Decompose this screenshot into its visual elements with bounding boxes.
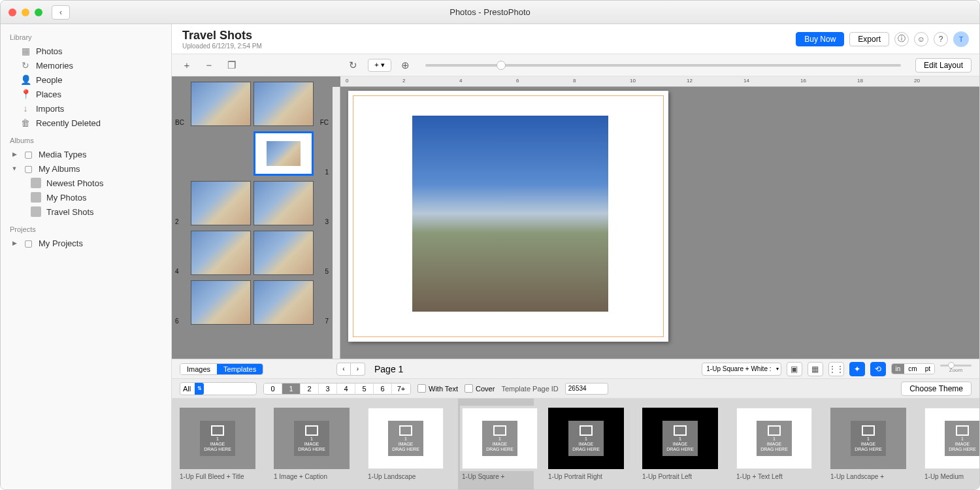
spread-page-4[interactable] xyxy=(191,231,251,275)
unit-cm[interactable]: cm xyxy=(904,364,921,374)
template-label: 1-Up Landscape xyxy=(368,473,444,480)
section-library: Library xyxy=(1,31,171,44)
template-strip[interactable]: 1IMAGEDRAG HERE1-Up Full Bleed + Title1I… xyxy=(172,399,979,489)
choose-theme-button[interactable]: Choose Theme xyxy=(901,382,972,396)
spread-back-cover[interactable] xyxy=(191,82,251,126)
align-button-1[interactable]: ▣ xyxy=(787,362,802,376)
section-projects: Projects xyxy=(1,223,171,236)
page-indicator: Page 1 xyxy=(374,364,403,374)
zoom-window[interactable] xyxy=(35,8,42,16)
template-label: 1-Up + Text Left xyxy=(736,473,812,480)
refresh-button[interactable]: ↻ xyxy=(346,58,360,73)
tab-templates[interactable]: Templates xyxy=(217,364,263,374)
sidebar-item-my-albums[interactable]: ▼▢My Albums xyxy=(1,161,171,176)
add-button[interactable]: + xyxy=(180,58,194,73)
filter-num-0[interactable]: 0 xyxy=(264,384,282,394)
template-item[interactable]: 1IMAGEDRAG HERE1 Image + Caption xyxy=(274,408,350,487)
sidebar-item-people[interactable]: 👤People xyxy=(1,73,171,87)
grid-button-1[interactable]: ▦ xyxy=(808,362,823,376)
crop-button[interactable]: ⟲ xyxy=(870,362,886,376)
sidebar-item-travel-shots[interactable]: Travel Shots xyxy=(1,204,171,219)
grid-button-2[interactable]: ⋮⋮ xyxy=(828,362,844,376)
user-avatar[interactable]: T xyxy=(953,31,969,47)
help-button[interactable]: ? xyxy=(934,32,948,46)
album-thumb-icon xyxy=(31,178,41,188)
sidebar-item-media-types[interactable]: ▶▢Media Types xyxy=(1,147,171,161)
sidebar-item-photos[interactable]: ▦Photos xyxy=(1,44,171,58)
page-image[interactable] xyxy=(412,116,608,312)
chat-button[interactable]: ☺ xyxy=(914,32,928,46)
spread-page-5[interactable] xyxy=(253,231,314,275)
spread-page-1[interactable] xyxy=(253,131,314,176)
sidebar: Library ▦Photos ↻Memories 👤People 📍Place… xyxy=(1,24,172,489)
template-item[interactable]: 1IMAGEDRAG HERE1-Up Landscape xyxy=(368,408,444,487)
close-window[interactable] xyxy=(8,8,16,16)
template-item[interactable]: 1IMAGEDRAG HERE1-Up Full Bleed + Title xyxy=(180,408,255,487)
zoom-slider[interactable] xyxy=(425,64,901,67)
filter-num-1[interactable]: 1 xyxy=(282,384,301,394)
sidebar-item-my-projects[interactable]: ▶▢My Projects xyxy=(1,236,171,250)
template-page-id-label: Template Page ID xyxy=(501,385,558,393)
layout-name-dropdown[interactable]: 1-Up Square + White : xyxy=(702,363,781,376)
album-thumb-icon xyxy=(31,192,41,203)
layout-page[interactable] xyxy=(348,91,668,342)
template-page-id-input[interactable] xyxy=(565,383,608,395)
minimize-window[interactable] xyxy=(22,8,29,16)
add-dropdown[interactable]: + ▾ xyxy=(368,59,391,72)
buy-now-button[interactable]: Buy Now xyxy=(796,32,844,46)
filter-all-select[interactable]: All⇅ xyxy=(180,382,257,395)
folder-icon: ▢ xyxy=(23,238,33,248)
remove-button[interactable]: − xyxy=(202,58,216,73)
template-item[interactable]: 1IMAGEDRAG HERE1-Up Portrait Right xyxy=(548,408,624,487)
filter-num-7+[interactable]: 7+ xyxy=(392,384,410,394)
sidebar-item-imports[interactable]: ↓Imports xyxy=(1,101,171,116)
cover-checkbox[interactable]: Cover xyxy=(465,384,495,393)
spread-front-cover[interactable] xyxy=(253,82,314,126)
back-button[interactable]: ‹ xyxy=(52,5,70,20)
template-item[interactable]: 1IMAGEDRAG HERE1-Up Medium xyxy=(924,408,979,487)
unit-in[interactable]: in xyxy=(892,364,905,374)
album-thumb-icon xyxy=(31,206,41,217)
tab-images[interactable]: Images xyxy=(180,364,217,374)
unit-selector[interactable]: in cm pt xyxy=(891,363,935,374)
page-next-button[interactable]: › xyxy=(351,363,365,376)
image-count-filter[interactable]: 01234567+ xyxy=(263,383,411,395)
sidebar-item-memories[interactable]: ↻Memories xyxy=(1,58,171,73)
images-templates-tabs[interactable]: Images Templates xyxy=(180,363,263,375)
section-albums: Albums xyxy=(1,134,171,147)
canvas-area[interactable]: 02468101214161820 xyxy=(333,76,979,359)
magic-button[interactable]: ✦ xyxy=(849,362,865,376)
sidebar-item-my-photos[interactable]: My Photos xyxy=(1,190,171,204)
zoom-out-icon[interactable]: ⊕ xyxy=(399,58,411,73)
with-text-checkbox[interactable]: With Text xyxy=(417,384,458,393)
sidebar-item-newest-photos[interactable]: Newest Photos xyxy=(1,176,171,190)
disclosure-icon[interactable]: ▶ xyxy=(11,151,18,157)
filter-num-5[interactable]: 5 xyxy=(355,384,374,394)
template-label: 1-Up Landscape + xyxy=(830,473,906,480)
filter-num-6[interactable]: 6 xyxy=(374,384,392,394)
sidebar-item-recently-deleted[interactable]: 🗑Recently Deleted xyxy=(1,116,171,130)
zoom-mini-slider[interactable] xyxy=(940,365,972,367)
export-button[interactable]: Export xyxy=(849,32,889,46)
sidebar-item-places[interactable]: 📍Places xyxy=(1,87,171,101)
disclosure-icon[interactable]: ▶ xyxy=(11,240,18,246)
page-prev-button[interactable]: ‹ xyxy=(336,363,351,376)
spread-page-3[interactable] xyxy=(253,181,314,225)
spread-page-7[interactable] xyxy=(253,280,314,325)
template-item[interactable]: 1IMAGEDRAG HERE1-Up Portrait Left xyxy=(642,408,718,487)
template-item[interactable]: 1IMAGEDRAG HERE1-Up Landscape + xyxy=(830,408,906,487)
template-item[interactable]: 1IMAGEDRAG HERE1-Up Square + xyxy=(458,399,534,489)
info-button[interactable]: ⓘ xyxy=(894,32,909,46)
filter-num-4[interactable]: 4 xyxy=(337,384,355,394)
ruler-horizontal: 02468101214161820 xyxy=(340,76,979,87)
disclosure-icon[interactable]: ▼ xyxy=(11,165,18,172)
template-item[interactable]: 1IMAGEDRAG HERE1-Up + Text Left xyxy=(736,408,812,487)
spread-page-6[interactable] xyxy=(191,280,251,325)
edit-layout-button[interactable]: Edit Layout xyxy=(915,58,972,73)
template-label: 1 Image + Caption xyxy=(274,473,350,480)
duplicate-button[interactable]: ❐ xyxy=(224,58,238,73)
unit-pt[interactable]: pt xyxy=(921,364,934,374)
filter-num-3[interactable]: 3 xyxy=(319,384,337,394)
filter-num-2[interactable]: 2 xyxy=(301,384,319,394)
spread-page-2[interactable] xyxy=(191,181,251,225)
